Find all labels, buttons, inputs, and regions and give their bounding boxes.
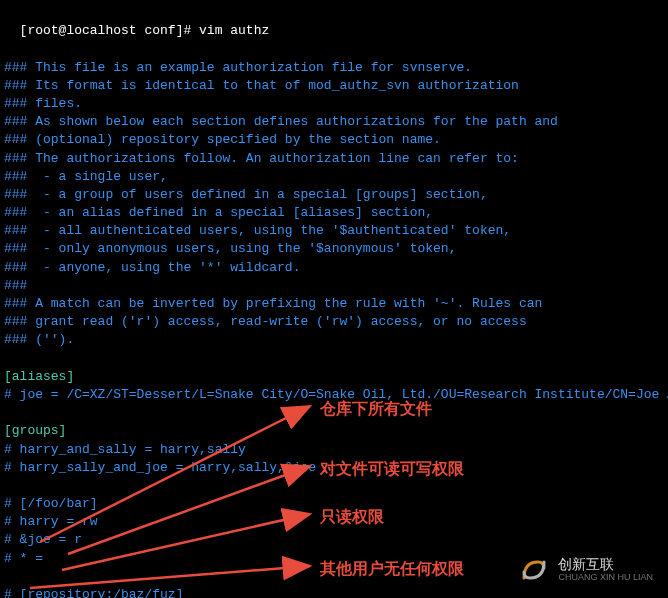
terminal-line bbox=[4, 350, 664, 368]
terminal-line: [aliases] bbox=[4, 368, 664, 386]
terminal-line: # [repository:/baz/fuz] bbox=[4, 586, 664, 598]
watermark-cn: 创新互联 bbox=[558, 557, 653, 572]
watermark-logo bbox=[518, 554, 550, 586]
terminal-line: ### - an alias defined in a special [ali… bbox=[4, 204, 664, 222]
terminal-content[interactable]: ### This file is an example authorizatio… bbox=[4, 40, 664, 598]
terminal-line: ### This file is an example authorizatio… bbox=[4, 59, 664, 77]
terminal-line: # harry_and_sally = harry,sally bbox=[4, 441, 664, 459]
terminal-line: ### - all authenticated users, using the… bbox=[4, 222, 664, 240]
watermark: 创新互联 CHUANG XIN HU LIAN bbox=[518, 554, 653, 586]
terminal-line: ### (''). bbox=[4, 331, 664, 349]
terminal-line: ### - anyone, using the '*' wildcard. bbox=[4, 259, 664, 277]
terminal-prompt: [root@localhost conf]# vim authz bbox=[4, 4, 664, 40]
terminal-line: # harry = rw bbox=[4, 513, 664, 531]
terminal-line bbox=[4, 40, 664, 58]
terminal-line: ### The authorizations follow. An author… bbox=[4, 150, 664, 168]
terminal-line: ### A match can be inverted by prefixing… bbox=[4, 295, 664, 313]
terminal-line: ### (optional) repository specified by t… bbox=[4, 131, 664, 149]
watermark-en: CHUANG XIN HU LIAN bbox=[558, 573, 653, 583]
terminal-line: ### - a group of users defined in a spec… bbox=[4, 186, 664, 204]
terminal-line: ### As shown below each section defines … bbox=[4, 113, 664, 131]
terminal-line: ### bbox=[4, 277, 664, 295]
terminal-line bbox=[4, 477, 664, 495]
terminal-line: # joe = /C=XZ/ST=Dessert/L=Snake City/O=… bbox=[4, 386, 664, 404]
terminal-line: ### grant read ('r') access, read-write … bbox=[4, 313, 664, 331]
terminal-line: # harry_sally_and_joe = harry,sally,&joe bbox=[4, 459, 664, 477]
terminal-line: # [/foo/bar] bbox=[4, 495, 664, 513]
terminal-line bbox=[4, 404, 664, 422]
terminal-line: # &joe = r bbox=[4, 531, 664, 549]
terminal-line: ### Its format is identical to that of m… bbox=[4, 77, 664, 95]
terminal-line: ### - a single user, bbox=[4, 168, 664, 186]
terminal-line: [groups] bbox=[4, 422, 664, 440]
terminal-line: ### files. bbox=[4, 95, 664, 113]
watermark-text: 创新互联 CHUANG XIN HU LIAN bbox=[558, 557, 653, 582]
terminal-line: ### - only anonymous users, using the '$… bbox=[4, 240, 664, 258]
prompt-text: [root@localhost conf]# vim authz bbox=[20, 23, 270, 38]
